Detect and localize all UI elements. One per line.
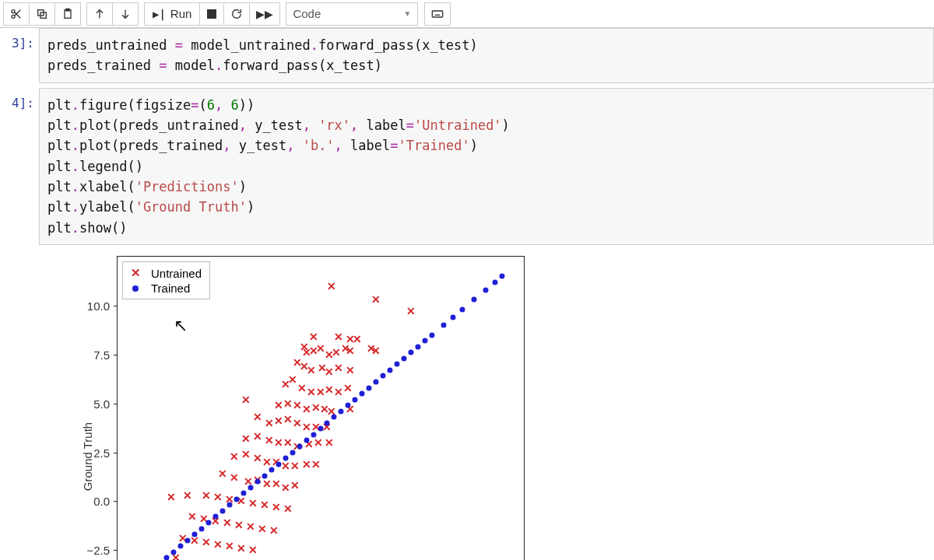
code-input[interactable]: plt.figure(figsize=(6, 6)) plt.plot(pred… xyxy=(39,88,934,245)
cell-type-select[interactable]: Code ▼ xyxy=(286,2,418,26)
chart-point-untrained: ✕ xyxy=(218,468,227,479)
move-up-button[interactable] xyxy=(86,2,113,26)
chart-point-untrained: ✕ xyxy=(371,345,381,356)
chart-point-trained xyxy=(409,350,414,355)
legend-label: Trained xyxy=(151,282,190,295)
chart-point-untrained: ✕ xyxy=(311,402,321,413)
chart-point-trained xyxy=(170,549,176,555)
chart-ytick-label: −2.5 xyxy=(86,544,110,557)
chart-point-untrained: ✕ xyxy=(253,411,262,422)
chart-point-untrained: ✕ xyxy=(202,490,211,501)
chart-legend: ✕ Untrained Trained xyxy=(122,261,210,299)
chart-point-untrained: ✕ xyxy=(316,343,325,354)
legend-entry-trained: Trained xyxy=(129,281,202,296)
chart-point-trained xyxy=(163,555,169,560)
chart-point-untrained: ✕ xyxy=(297,383,307,394)
chart-point-trained xyxy=(177,544,183,549)
chart-point-untrained: ✕ xyxy=(265,418,274,429)
chart-point-trained xyxy=(493,279,498,285)
matplotlib-figure: Ground Truth ✕ Untrained Trained ↖ −2.50… xyxy=(51,254,525,560)
chart-point-trained xyxy=(262,473,267,478)
chart-point-trained xyxy=(241,491,246,496)
chart-point-trained xyxy=(423,338,428,344)
chart-point-untrained: ✕ xyxy=(213,492,223,502)
chart-point-trained xyxy=(255,479,260,485)
chart-point-untrained: ✕ xyxy=(253,453,262,464)
run-step-icon: ▶| xyxy=(153,8,166,20)
chart-point-trained xyxy=(248,485,253,490)
chart-point-trained xyxy=(318,426,323,432)
chart-point-untrained: ✕ xyxy=(272,478,281,489)
restart-button[interactable] xyxy=(223,2,250,26)
chart-point-untrained: ✕ xyxy=(353,334,362,345)
command-palette-button[interactable] xyxy=(424,2,451,26)
run-button-label: Run xyxy=(170,7,192,20)
chart-point-untrained: ✕ xyxy=(316,387,325,397)
chevron-down-icon: ▼ xyxy=(403,9,411,18)
chart-point-trained xyxy=(311,432,316,437)
chart-point-untrained: ✕ xyxy=(188,511,197,522)
chart-point-untrained: ✕ xyxy=(183,490,192,501)
chart-point-untrained: ✕ xyxy=(283,414,293,425)
legend-label: Untrained xyxy=(151,267,202,280)
chart-point-untrained: ✕ xyxy=(230,451,239,462)
arrow-down-icon xyxy=(119,8,132,20)
code-cell-4: 4]: plt.figure(figsize=(6, 6)) plt.plot(… xyxy=(0,88,934,245)
chart-point-trained xyxy=(416,344,421,349)
chart-point-untrained: ✕ xyxy=(325,384,334,395)
chart-point-trained xyxy=(402,355,407,361)
chart-point-trained xyxy=(234,496,239,502)
chart-ytick-label: 5.0 xyxy=(93,397,110,410)
scissors-icon xyxy=(10,8,23,20)
chart-point-untrained: ✕ xyxy=(293,400,302,411)
chart-point-untrained: ✕ xyxy=(307,387,316,397)
restart-run-all-button[interactable]: ▶▶ xyxy=(249,2,280,26)
chart-point-untrained: ✕ xyxy=(406,306,416,317)
chart-point-untrained: ✕ xyxy=(274,400,283,411)
run-button[interactable]: ▶| Run xyxy=(144,2,200,26)
chart-point-trained xyxy=(297,443,302,449)
fast-forward-icon: ▶▶ xyxy=(256,8,273,20)
chart-point-untrained: ✕ xyxy=(241,394,251,405)
chart-point-untrained: ✕ xyxy=(334,387,343,397)
cell-prompt: 3]: xyxy=(0,28,39,51)
chart-point-untrained: ✕ xyxy=(334,331,343,342)
copy-button[interactable] xyxy=(29,2,55,26)
chart-point-untrained: ✕ xyxy=(290,460,300,471)
chart-point-untrained: ✕ xyxy=(269,525,279,536)
copy-icon xyxy=(36,8,48,20)
code-input[interactable]: preds_untrained = model_untrained.forwar… xyxy=(39,28,934,83)
chart-point-untrained: ✕ xyxy=(281,482,290,493)
chart-point-trained xyxy=(472,297,477,303)
chart-point-trained xyxy=(460,306,465,312)
chart-point-untrained: ✕ xyxy=(311,459,321,470)
chart-point-untrained: ✕ xyxy=(248,544,258,555)
chart-point-trained xyxy=(451,315,456,320)
mouse-cursor-icon: ↖ xyxy=(174,316,188,336)
chart-point-untrained: ✕ xyxy=(272,502,281,513)
chart-point-trained xyxy=(388,367,393,373)
chart-point-untrained: ✕ xyxy=(237,543,246,554)
chart-point-untrained: ✕ xyxy=(253,431,262,442)
paste-button[interactable] xyxy=(54,2,81,26)
chart-point-untrained: ✕ xyxy=(332,347,341,358)
chart-point-untrained: ✕ xyxy=(274,437,283,448)
move-down-button[interactable] xyxy=(112,2,139,26)
chart-ytick-label: 10.0 xyxy=(87,299,110,312)
chart-point-trained xyxy=(290,450,295,455)
chart-axes: ✕ Untrained Trained ↖ −2.50.02.55.07.510… xyxy=(117,256,525,560)
chart-point-trained xyxy=(374,380,379,385)
chart-point-trained xyxy=(339,408,344,414)
cut-button[interactable] xyxy=(3,2,30,26)
chart-point-trained xyxy=(191,532,197,537)
cell-output: Ground Truth ✕ Untrained Trained ↖ −2.50… xyxy=(39,250,934,560)
chart-point-untrained: ✕ xyxy=(248,498,258,509)
chart-point-untrained: ✕ xyxy=(307,365,316,376)
chart-point-untrained: ✕ xyxy=(213,539,223,550)
interrupt-button[interactable] xyxy=(199,2,224,26)
chart-ylabel: Ground Truth xyxy=(81,422,94,491)
stop-icon xyxy=(207,9,216,19)
chart-point-untrained: ✕ xyxy=(281,460,290,471)
restart-icon xyxy=(230,8,243,20)
chart-point-untrained: ✕ xyxy=(274,415,283,426)
